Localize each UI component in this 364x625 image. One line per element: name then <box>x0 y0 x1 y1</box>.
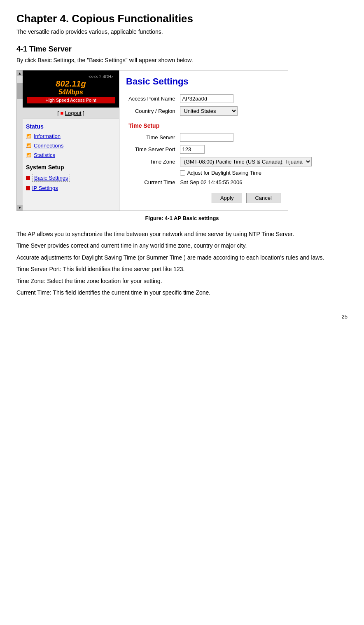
figure-caption: Figure: 4-1 AP Basic settings <box>16 215 348 221</box>
time-zone-select[interactable]: (GMT-08:00) Pacific Time (US & Canada); … <box>180 157 312 166</box>
statistics-icon <box>26 152 32 158</box>
status-section-title: Status <box>23 119 119 131</box>
country-region-label: Country / Region <box>126 105 177 117</box>
daylight-saving-checkbox[interactable] <box>180 170 185 176</box>
system-setup-title: System Setup <box>23 160 119 172</box>
current-time-cell: Sat Sep 02 14:45:55 2006 <box>177 178 314 187</box>
time-server-label: Time Server <box>126 131 177 143</box>
router-screenshot: ▲ ▼ <<<< 2.4GHz 802.11g 54Mbps High Spee… <box>16 70 288 211</box>
time-zone-row: Time Zone (GMT-08:00) Pacific Time (US &… <box>126 155 314 168</box>
daylight-saving-row: Adjust for Daylight Saving Time <box>126 168 314 178</box>
ip-settings-icon <box>26 186 30 190</box>
logout-link[interactable]: Logout <box>65 110 82 116</box>
body-paragraph-1: The AP allows you to synchronize the tim… <box>16 229 348 239</box>
scrollbar-thumb[interactable] <box>17 83 23 99</box>
access-point-name-row: Access Point Name <box>126 93 314 105</box>
router-sidebar: <<<< 2.4GHz 802.11g 54Mbps High Speed Ac… <box>23 70 119 211</box>
sidebar-item-statistics[interactable]: Statistics <box>23 150 119 160</box>
time-server-cell <box>177 131 314 143</box>
time-server-port-input[interactable] <box>180 145 205 154</box>
sidebar-item-basic-settings[interactable]: Basic Settings <box>23 172 119 183</box>
country-region-row: Country / Region United States <box>126 105 314 117</box>
section-title: 4-1 Time Server <box>16 45 348 54</box>
router-content-area: Basic Settings Access Point Name Country… <box>119 70 321 211</box>
logout-icon: ■ <box>60 110 63 116</box>
country-region-select[interactable]: United States <box>180 106 238 116</box>
logout-bar: [ ■ Logout ] <box>23 108 119 119</box>
access-point-name-input[interactable] <box>180 94 233 103</box>
daylight-saving-label-cell <box>126 168 177 178</box>
router-logo: <<<< 2.4GHz 802.11g 54Mbps High Speed Ac… <box>23 70 119 108</box>
sidebar-label-connections: Connections <box>34 143 63 149</box>
connections-icon <box>26 143 32 149</box>
logo-speed: 54Mbps <box>27 89 115 96</box>
settings-form: Access Point Name Country / Region Unite… <box>126 93 314 205</box>
sidebar-item-information[interactable]: Information <box>23 131 119 141</box>
sidebar-label-information: Information <box>34 133 61 139</box>
chapter-subtitle: The versatile radio provides various, ap… <box>16 28 348 35</box>
cancel-button[interactable]: Cancel <box>246 193 280 203</box>
sidebar-scrollbar[interactable]: ▲ ▼ <box>17 70 23 211</box>
button-cell: Apply Cancel <box>177 187 314 205</box>
button-spacer <box>126 187 177 205</box>
body-paragraph-6: Current Time: This field identifies the … <box>16 288 348 297</box>
time-server-port-cell <box>177 143 314 155</box>
page-number: 25 <box>16 314 348 320</box>
body-paragraph-3: Accurate adjustments for Daylight Saving… <box>16 253 348 262</box>
time-zone-label: Time Zone <box>126 155 177 168</box>
body-paragraph-4: Time Server Port: This field identifies … <box>16 265 348 274</box>
time-zone-cell: (GMT-08:00) Pacific Time (US & Canada); … <box>177 155 314 168</box>
information-icon <box>26 133 32 139</box>
country-region-cell: United States <box>177 105 314 117</box>
sidebar-item-ip-settings[interactable]: IP Settings <box>23 183 119 193</box>
scroll-up-arrow[interactable]: ▲ <box>17 70 23 76</box>
time-setup-row: Time Setup <box>126 117 314 131</box>
section-intro: By click Basic Settings, the "Basic Sett… <box>16 57 348 63</box>
button-row: Apply Cancel <box>126 187 314 205</box>
access-point-name-label: Access Point Name <box>126 93 177 105</box>
basic-settings-heading: Basic Settings <box>126 76 314 87</box>
sidebar-item-connections[interactable]: Connections <box>23 141 119 150</box>
scroll-down-arrow[interactable]: ▼ <box>17 205 23 211</box>
current-time-value: Sat Sep 02 14:45:55 2006 <box>180 179 242 185</box>
current-time-row: Current Time Sat Sep 02 14:45:55 2006 <box>126 178 314 187</box>
sidebar-label-statistics: Statistics <box>34 152 55 158</box>
sidebar-label-ip-settings: IP Settings <box>32 185 58 191</box>
daylight-saving-cell: Adjust for Daylight Saving Time <box>177 168 314 178</box>
sidebar-label-basic-settings: Basic Settings <box>32 174 70 182</box>
logo-ghz: <<<< 2.4GHz <box>27 75 115 79</box>
daylight-saving-label: Adjust for Daylight Saving Time <box>187 170 261 176</box>
time-setup-heading: Time Setup <box>128 119 312 130</box>
logo-brand: 802.11g <box>27 79 115 89</box>
basic-settings-icon <box>26 176 30 180</box>
logo-label: High Speed Access Point <box>27 97 115 103</box>
body-paragraph-5: Time Zone: Select the time zone location… <box>16 276 348 286</box>
apply-button[interactable]: Apply <box>212 193 243 203</box>
time-server-row: Time Server <box>126 131 314 143</box>
time-setup-heading-cell: Time Setup <box>126 117 314 131</box>
body-paragraph-2: Time Sever provides correct and current … <box>16 241 348 250</box>
time-server-port-row: Time Server Port <box>126 143 314 155</box>
time-server-input[interactable] <box>180 133 233 142</box>
time-server-port-label: Time Server Port <box>126 143 177 155</box>
current-time-label: Current Time <box>126 178 177 187</box>
access-point-name-cell <box>177 93 314 105</box>
chapter-title: Chapter 4. Copious Functionalities <box>16 12 348 25</box>
